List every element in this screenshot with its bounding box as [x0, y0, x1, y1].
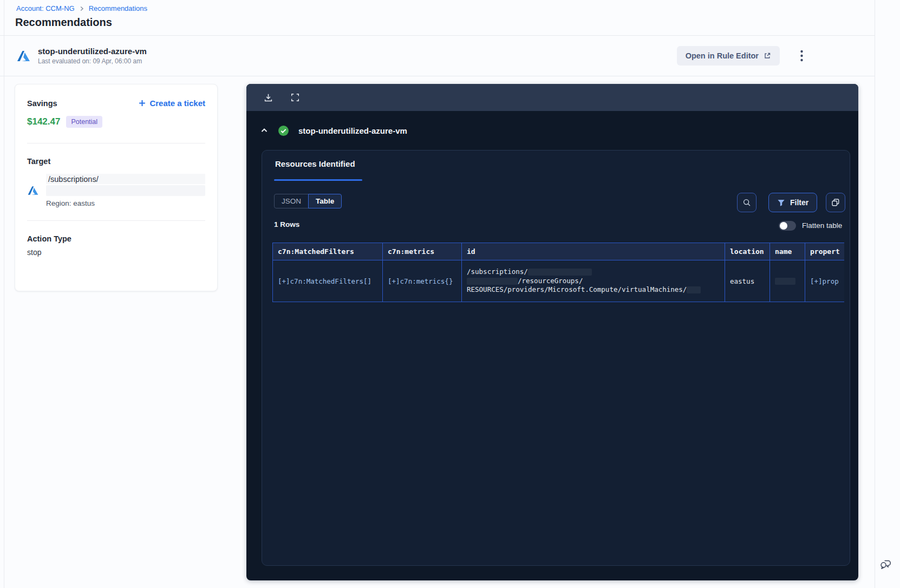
- create-ticket-label: Create a ticket: [149, 99, 205, 108]
- target-path: /subscriptions/: [46, 174, 205, 184]
- external-link-icon: [764, 52, 771, 60]
- azure-target-icon: [27, 185, 39, 197]
- col-header-name[interactable]: name: [769, 243, 805, 260]
- filter-icon: [777, 199, 785, 207]
- chat-bubbles-icon[interactable]: [878, 557, 894, 572]
- open-in-rule-editor-button[interactable]: Open in Rule Editor: [677, 46, 780, 66]
- table-header-row: c7n:MatchedFilters c7n:metrics id locati…: [272, 243, 844, 260]
- plus-icon: [139, 100, 146, 107]
- page-title: Recommendations: [15, 16, 112, 29]
- resources-table: c7n:MatchedFilters c7n:metrics id locati…: [272, 243, 844, 302]
- target-region: Region: eastus: [46, 199, 205, 207]
- fullscreen-icon[interactable]: [290, 92, 301, 103]
- col-header-metrics[interactable]: c7n:metrics: [382, 243, 462, 260]
- target-label: Target: [27, 157, 205, 166]
- filter-label: Filter: [790, 198, 808, 207]
- left-edge-divider: [4, 0, 4, 588]
- rule-header-text: stop-underutilized-azure-vm Last evaluat…: [38, 47, 147, 65]
- id-line-3: RESOURCES/providers/Microsoft.Compute/vi…: [467, 285, 687, 295]
- savings-label: Savings: [27, 99, 57, 108]
- copy-button[interactable]: [826, 193, 845, 212]
- view-toggle-table[interactable]: Table: [308, 194, 342, 208]
- flatten-table-label: Flatten table: [802, 221, 842, 230]
- download-icon[interactable]: [263, 92, 273, 103]
- cell-metrics[interactable]: [+]c7n:metrics{}: [382, 260, 462, 302]
- id-redacted-3: [687, 286, 701, 293]
- success-check-icon: [278, 125, 289, 136]
- col-header-properties[interactable]: propert: [805, 243, 844, 260]
- cell-properties[interactable]: [+]prop: [805, 260, 844, 302]
- rule-header: stop-underutilized-azure-vm Last evaluat…: [0, 36, 858, 76]
- col-header-id[interactable]: id: [461, 243, 725, 260]
- results-panel: stop-underutilized-azure-vm Resources Id…: [246, 84, 858, 580]
- cell-name[interactable]: [769, 260, 805, 302]
- panel-rule-title: stop-underutilized-azure-vm: [298, 126, 407, 135]
- action-type-label: Action Type: [27, 234, 205, 243]
- card-divider-2: [27, 220, 205, 221]
- create-ticket-button[interactable]: Create a ticket: [139, 99, 205, 108]
- target-row: /subscriptions/ Region: eastus: [27, 174, 205, 207]
- cell-id[interactable]: /subscriptions/ /resourceGroups/ RESOURC…: [461, 260, 725, 302]
- rows-count: 1 Rows: [274, 220, 299, 228]
- resources-table-wrap: c7n:MatchedFilters c7n:metrics id locati…: [272, 243, 844, 305]
- potential-badge: Potential: [66, 116, 102, 128]
- cell-location[interactable]: eastus: [725, 260, 770, 302]
- rule-header-divider: [0, 76, 875, 76]
- flatten-table-toggle[interactable]: [779, 221, 796, 231]
- panel-toolbar: [246, 84, 858, 111]
- savings-card: Savings Create a ticket $142.47 Potentia…: [15, 84, 218, 291]
- recommendations-page: Account: CCM-NG Recommendations Recommen…: [0, 0, 900, 588]
- breadcrumb: Account: CCM-NG Recommendations: [16, 4, 147, 12]
- target-redacted-value: [46, 185, 205, 196]
- id-redacted-1: [528, 269, 592, 276]
- azure-logo-icon: [16, 49, 31, 63]
- breadcrumb-separator-icon: [79, 6, 84, 11]
- right-rail-divider: [875, 0, 875, 588]
- action-type-value: stop: [27, 248, 205, 257]
- table-row: [+]c7n:MatchedFilters[] [+]c7n:metrics{}…: [272, 260, 844, 302]
- breadcrumb-page-link[interactable]: Recommendations: [89, 4, 147, 12]
- savings-amount: $142.47: [27, 116, 60, 127]
- resources-identified-container: Resources Identified JSON Table Filter 1…: [262, 150, 850, 566]
- rule-title: stop-underutilized-azure-vm: [38, 47, 147, 56]
- id-line-1: /subscriptions/: [467, 267, 528, 277]
- collapse-chevron-icon[interactable]: [260, 126, 269, 135]
- toggle-knob: [780, 222, 787, 230]
- view-toggle-json[interactable]: JSON: [274, 194, 309, 208]
- tab-active-underline: [274, 179, 362, 181]
- name-redacted: [775, 278, 795, 285]
- search-button[interactable]: [737, 193, 756, 212]
- view-toggle: JSON Table: [274, 194, 342, 208]
- breadcrumb-account-link[interactable]: Account: CCM-NG: [16, 4, 75, 12]
- panel-rule-row: stop-underutilized-azure-vm: [246, 111, 858, 150]
- id-redacted-2: [467, 278, 518, 285]
- col-header-matched-filters[interactable]: c7n:MatchedFilters: [272, 243, 383, 260]
- col-header-location[interactable]: location: [725, 243, 770, 260]
- cell-matched-filters[interactable]: [+]c7n:MatchedFilters[]: [272, 260, 383, 302]
- open-in-rule-editor-label: Open in Rule Editor: [686, 51, 759, 60]
- id-line-2: /resourceGroups/: [518, 277, 583, 286]
- more-options-menu-button[interactable]: [796, 49, 807, 62]
- tab-resources-identified[interactable]: Resources Identified: [275, 159, 355, 168]
- filter-button[interactable]: Filter: [768, 193, 817, 212]
- rule-last-evaluated: Last evaluated on: 09 Apr, 06:00 am: [38, 57, 147, 65]
- card-divider: [27, 143, 205, 143]
